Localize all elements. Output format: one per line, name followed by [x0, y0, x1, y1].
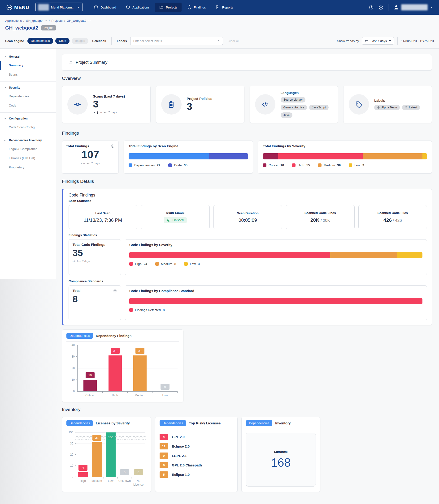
breadcrumb-link-gh-gheapp[interactable]: GH_gheapp	[26, 19, 43, 23]
x-label-high: High	[76, 479, 90, 487]
nav-right-cluster	[369, 4, 433, 11]
bar-value-low: 150	[106, 434, 115, 440]
sidebar-item-code-scan-config[interactable]: Code Scan Config	[0, 123, 56, 132]
chevron-down-icon[interactable]	[88, 19, 91, 22]
divider	[397, 37, 398, 45]
language-chips: Source LibraryGeneric ArchiveJavaScriptJ…	[280, 97, 333, 118]
findings-by-engine-card: Total Findings by Scan Engine Dependenci…	[124, 141, 253, 174]
labels-input[interactable]	[130, 37, 223, 45]
mend-logo-icon	[6, 4, 12, 11]
x-label-medium: Medium	[90, 479, 104, 487]
sidebar-section-general[interactable]: General	[0, 53, 56, 61]
sidebar-item-legal-compliance[interactable]: Legal & Compliance	[0, 144, 56, 153]
check-circle-icon	[167, 218, 171, 222]
sidebar-item-summary[interactable]: Summary	[0, 61, 56, 70]
info-icon[interactable]	[111, 144, 115, 148]
stat-card-scanned-code-files: Scanned Code Files426 / 426	[358, 205, 427, 229]
nav-item-label: Applications	[132, 6, 150, 9]
legend-item-medium: Medium39	[318, 164, 341, 167]
clipboard-icon	[161, 94, 182, 115]
engine-filter-code[interactable]: Code	[55, 38, 70, 44]
breadcrumb-link-projects[interactable]: Projects	[51, 19, 62, 23]
chevron-down-icon[interactable]	[218, 39, 221, 43]
sidebar-item-scans[interactable]: Scans	[0, 70, 56, 79]
total-code-findings-subtitle: - in last 7 days	[73, 260, 117, 263]
nav-item-findings[interactable]: Findings	[183, 3, 210, 12]
x-label-low: Low	[152, 394, 178, 398]
by-engine-bar	[129, 153, 248, 159]
bar-segment-high	[278, 153, 363, 159]
by-standard-legend: Findings Detected8	[129, 308, 422, 312]
risky-license-count: 9	[159, 453, 168, 459]
breadcrumb-link-applications[interactable]: Applications	[5, 19, 22, 23]
bar-segment-dependencies	[129, 153, 209, 159]
clear-all-button[interactable]: Clear all	[228, 39, 240, 43]
dependencies-tag: Dependencies	[159, 420, 186, 426]
user-menu[interactable]	[393, 4, 433, 10]
help-icon[interactable]	[369, 5, 374, 10]
sidebar-item-code[interactable]: Code	[0, 101, 56, 110]
nav-item-reports[interactable]: Reports	[211, 3, 237, 12]
project-summary-header: Project Summary	[62, 54, 432, 70]
risky-license-count: 6	[159, 462, 168, 468]
dependencies-tag: Dependencies	[66, 420, 93, 426]
org-selector-dropdown[interactable]: Mend Platform...	[36, 3, 83, 12]
nav-item-dashboard[interactable]: Dashboard	[90, 3, 120, 12]
bar-value-medium: 31	[135, 348, 145, 354]
libraries-count-box[interactable]: Libraries 168	[246, 433, 316, 487]
bar-segment-high	[129, 252, 330, 258]
dashboard-icon	[94, 5, 98, 10]
chip-alpha-team: Alpha Team	[374, 105, 400, 110]
bar-value-high: 4	[78, 465, 87, 471]
dependencies-tag: Dependencies	[66, 333, 93, 339]
dependencies-tag: Dependencies	[246, 420, 272, 426]
gear-icon[interactable]	[113, 289, 117, 293]
sidebar-item-libraries-flat-list[interactable]: Libraries (Flat List)	[0, 153, 56, 163]
sidebar-section-title: Configuration	[9, 117, 28, 120]
labels-text-field[interactable]	[130, 37, 223, 45]
engine-filter-images[interactable]: Images	[72, 38, 88, 44]
sidebar-section-title: Security	[9, 86, 20, 89]
chip-latest: Latest	[402, 105, 420, 110]
total-findings-value: 107	[66, 149, 115, 161]
sidebar-item-dependencies[interactable]: Dependencies	[0, 92, 56, 101]
dependency-findings-chart: 0102030401031310CriticalHighMediumLow	[66, 345, 179, 398]
main-content: Project Summary Overview Scans (Last 7 d…	[56, 49, 439, 504]
sidebar-section-dependencies-inventory[interactable]: Dependencies Inventory	[0, 136, 56, 144]
stat-card-title: Scanned Code Lines	[305, 211, 336, 215]
breadcrumb-link-gh-webgoat2[interactable]: GH_webgoat2	[67, 19, 86, 23]
labels-card: Labels Alpha TeamLatest	[343, 86, 432, 123]
sidebar-section-configuration[interactable]: Configuration	[0, 115, 56, 123]
cube-icon	[405, 106, 408, 109]
top-nav: MEND Mend Platform... DashboardApplicati…	[0, 0, 439, 15]
sidebar-item-proprietary[interactable]: Proprietary	[0, 163, 56, 172]
nav-item-projects[interactable]: Projects	[155, 3, 182, 12]
trends-period-dropdown[interactable]: Last 7 days	[362, 37, 394, 45]
findings-icon	[187, 5, 192, 10]
project-type-badge: Project	[41, 25, 56, 30]
licenses-by-severity-chart: 010203015043115000HighMediumLowUnknownNo…	[66, 433, 147, 487]
bar-segment-low	[422, 153, 427, 159]
legend-item-code: Code35	[168, 164, 187, 167]
stat-value-main: 426	[383, 217, 392, 223]
stat-card-scan-status: Scan StatusFinished	[141, 205, 209, 229]
x-label-no-license: No License	[132, 479, 145, 487]
org-logo-redacted	[38, 4, 49, 11]
chevron-down-icon[interactable]	[44, 19, 47, 22]
nav-item-applications[interactable]: Applications	[122, 3, 154, 12]
engine-filter-dependencies[interactable]: Dependencies	[27, 38, 53, 44]
dependency-findings-card: Dependencies Dependency Findings 0102030…	[62, 329, 183, 402]
legend-swatch	[318, 164, 321, 167]
y-axis-tick-30: 30	[67, 442, 73, 445]
gear-icon[interactable]	[378, 5, 383, 10]
nav-menu: DashboardApplicationsProjectsFindingsRep…	[90, 3, 237, 12]
page-title: GH_webgoat2	[5, 25, 38, 31]
bar-value-critical: 10	[85, 372, 95, 378]
bar-value-high: 31	[111, 348, 120, 354]
legend-label: High	[135, 262, 142, 266]
bar-segment-critical	[263, 153, 278, 159]
y-axis-tick-10: 10	[67, 464, 73, 467]
sidebar-section-security[interactable]: Security	[0, 84, 56, 92]
select-all-button[interactable]: Select all	[92, 39, 106, 43]
legend-item-low: Low3	[184, 262, 199, 266]
